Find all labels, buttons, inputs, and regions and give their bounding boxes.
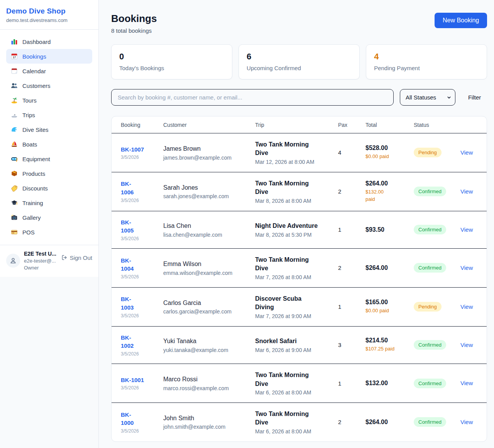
- customer-cell: John Smith john.smith@example.com: [163, 414, 255, 430]
- pax-cell: 3: [338, 342, 365, 348]
- column-header-booking: Booking: [121, 122, 163, 128]
- customer-name: Sarah Jones: [163, 184, 250, 192]
- status-badge: Confirmed: [414, 417, 446, 427]
- sidebar-item-label: Tours: [22, 97, 37, 104]
- sidebar-item-discounts[interactable]: Discounts: [6, 181, 92, 195]
- sign-out-button[interactable]: Sign Out: [61, 254, 92, 261]
- actions-cell: View: [460, 188, 477, 195]
- sidebar-item-bookings[interactable]: 17 Bookings: [6, 49, 92, 64]
- booking-id-link[interactable]: BK-1006: [121, 180, 134, 197]
- view-link[interactable]: View: [460, 380, 473, 386]
- actions-cell: View: [460, 149, 477, 156]
- sidebar-item-tours[interactable]: Tours: [6, 93, 92, 108]
- tag-icon: [11, 185, 18, 192]
- trip-date: Mar 8, 2026 at 5:30 PM: [255, 232, 333, 238]
- sidebar-item-dive-sites[interactable]: Dive Sites: [6, 122, 92, 137]
- avatar: [6, 254, 20, 268]
- person-icon: [9, 257, 17, 264]
- booking-id-link[interactable]: BK-1000: [121, 411, 134, 428]
- sidebar-item-label: Dive Sites: [22, 126, 49, 133]
- customer-email: yuki.tanaka@example.com: [163, 347, 250, 353]
- sidebar-item-dashboard[interactable]: Dashboard: [6, 34, 92, 49]
- view-link[interactable]: View: [460, 303, 473, 310]
- booking-id-link[interactable]: BK-1003: [121, 295, 134, 312]
- status-cell: Pending: [414, 148, 460, 157]
- sidebar-item-products[interactable]: Products: [6, 166, 92, 181]
- booking-id-link[interactable]: BK-1002: [121, 333, 134, 350]
- sidebar-item-customers[interactable]: Customers: [6, 78, 92, 93]
- sidebar-item-equipment[interactable]: Equipment: [6, 152, 92, 166]
- sidebar-item-label: Discounts: [22, 185, 48, 192]
- trip-name: Discover Scuba Diving: [255, 295, 309, 312]
- total-cell: $264.00: [365, 419, 414, 426]
- trip-date: Mar 8, 2026 at 8:00 AM: [255, 198, 333, 204]
- booking-cell: BK-1003 3/5/2026: [121, 295, 163, 318]
- wave-icon: [11, 126, 18, 133]
- view-link[interactable]: View: [460, 264, 473, 271]
- pax-cell: 2: [338, 419, 365, 425]
- view-link[interactable]: View: [460, 226, 473, 233]
- booking-date: 3/5/2026: [121, 428, 159, 434]
- svg-text:17: 17: [13, 56, 16, 59]
- status-cell: Confirmed: [414, 340, 460, 350]
- table-body: BK-1007 3/5/2026 James Brown james.brown…: [112, 133, 487, 441]
- customer-email: john.smith@example.com: [163, 424, 250, 430]
- sidebar-item-trips[interactable]: Trips: [6, 108, 92, 122]
- status-filter-select[interactable]: All Statuses: [400, 89, 455, 106]
- view-link[interactable]: View: [460, 149, 473, 156]
- search-input[interactable]: [111, 89, 394, 106]
- status-filter-wrap: All Statuses: [400, 89, 455, 106]
- booking-id-link[interactable]: BK-1004: [121, 256, 134, 273]
- view-link[interactable]: View: [460, 188, 473, 195]
- sidebar-item-gallery[interactable]: Gallery: [6, 210, 92, 225]
- status-badge: Pending: [414, 302, 442, 312]
- pax-cell: 1: [338, 380, 365, 387]
- booking-cell: BK-1004 3/5/2026: [121, 256, 163, 280]
- stat-value: 0: [119, 52, 224, 62]
- filter-button[interactable]: Filter: [468, 94, 481, 101]
- view-link[interactable]: View: [460, 342, 473, 348]
- customer-name: Emma Wilson: [163, 260, 250, 268]
- bookings-calendar-icon: 17: [11, 53, 18, 60]
- booking-id-link[interactable]: BK-1005: [121, 218, 134, 235]
- sidebar-item-calendar[interactable]: Calendar: [6, 64, 92, 78]
- booking-cell: BK-1000 3/5/2026: [121, 411, 163, 434]
- booking-id-link[interactable]: BK-1001: [121, 376, 144, 384]
- total-amount: $264.00: [365, 419, 409, 426]
- trip-name: Two Tank Morning Dive: [255, 140, 309, 158]
- user-email: e2e-tester@...: [24, 258, 58, 264]
- customer-cell: Carlos Garcia carlos.garcia@example.com: [163, 299, 255, 315]
- stat-label: Pending Payment: [374, 65, 479, 71]
- actions-cell: View: [460, 226, 477, 233]
- total-cell: $93.50: [365, 226, 414, 233]
- sidebar-nav: Dashboard 17 Bookings Calendar Customers…: [0, 30, 98, 245]
- status-cell: Confirmed: [414, 379, 460, 388]
- booking-date: 3/5/2026: [121, 313, 159, 318]
- booking-id-link[interactable]: BK-1007: [121, 145, 144, 154]
- total-amount: $214.50: [365, 337, 409, 344]
- new-booking-button[interactable]: New Booking: [435, 13, 487, 28]
- sidebar-item-training[interactable]: Training: [6, 195, 92, 210]
- stat-card: 4 Pending Payment: [366, 44, 487, 79]
- credit-card-icon: [11, 229, 18, 236]
- status-cell: Confirmed: [414, 187, 460, 196]
- sidebar-item-boats[interactable]: Boats: [6, 137, 92, 152]
- column-header-actions: [460, 122, 477, 128]
- customers-icon: [11, 82, 18, 89]
- sign-out-label: Sign Out: [70, 254, 92, 261]
- customer-name: Yuki Tanaka: [163, 337, 250, 345]
- total-amount: $93.50: [365, 226, 409, 233]
- trip-name: Two Tank Morning Dive: [255, 256, 309, 273]
- trip-cell: Two Tank Morning Dive Mar 12, 2026 at 8:…: [255, 140, 338, 165]
- customer-email: emma.wilson@example.com: [163, 270, 250, 276]
- trip-name: Two Tank Morning Dive: [255, 371, 309, 388]
- trip-cell: Two Tank Morning Dive Mar 6, 2026 at 8:0…: [255, 410, 338, 435]
- sidebar-card: Demo Dive Shop demo.test.divestreams.com…: [0, 0, 98, 277]
- sidebar-item-pos[interactable]: POS: [6, 225, 92, 239]
- trip-date: Mar 6, 2026 at 9:00 AM: [255, 347, 333, 353]
- booking-date: 3/5/2026: [121, 236, 159, 241]
- customer-cell: Lisa Chen lisa.chen@example.com: [163, 222, 255, 237]
- total-amount: $528.00: [365, 145, 409, 152]
- column-header-trip: Trip: [255, 122, 338, 128]
- view-link[interactable]: View: [460, 419, 473, 425]
